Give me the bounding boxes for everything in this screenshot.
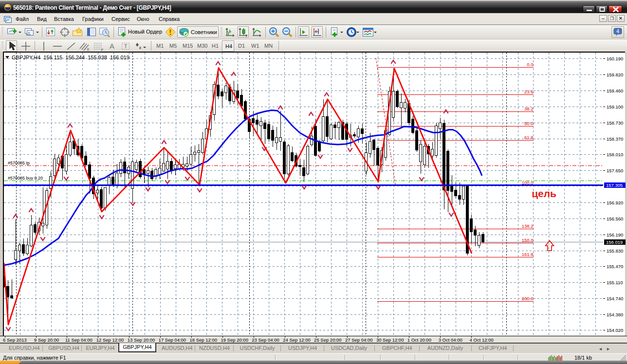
svg-text:50.0: 50.0	[524, 121, 534, 126]
svg-text:A: A	[109, 42, 114, 50]
svg-text:E: E	[87, 48, 90, 51]
svg-text:T: T	[124, 43, 127, 49]
svg-text:61.8: 61.8	[524, 135, 534, 140]
svg-text:38.2: 38.2	[524, 106, 534, 111]
svg-text:0.0: 0.0	[527, 62, 533, 67]
svg-text:4: 4	[616, 28, 619, 34]
svg-text:200.0: 200.0	[522, 296, 534, 301]
svg-text:23.6: 23.6	[524, 89, 534, 94]
svg-text:161.8: 161.8	[522, 252, 534, 257]
svg-text:#570085 tp: #570085 tp	[8, 161, 30, 165]
svg-text:GBPJPY,H4 156.115 156.244 1: GBPJPY,H4 156.115 156.244 155.938 156.01…	[12, 55, 129, 60]
svg-text:138.2: 138.2	[522, 223, 534, 229]
svg-text:#570085 buy 0.20: #570085 buy 0.20	[8, 176, 43, 181]
svg-text:цель: цель	[532, 188, 556, 199]
svg-text:F: F	[101, 48, 103, 52]
